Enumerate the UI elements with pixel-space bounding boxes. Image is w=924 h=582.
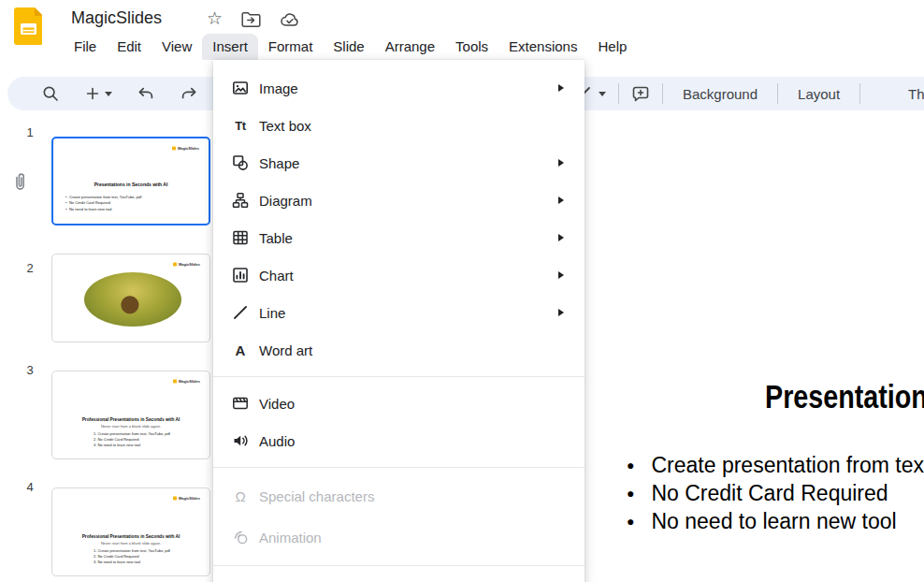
animation-icon: [230, 527, 251, 547]
menu-item-video[interactable]: Video: [213, 385, 585, 422]
theme-button[interactable]: Theme: [901, 86, 924, 102]
undo-icon[interactable]: [137, 84, 155, 103]
slides-logo-icon[interactable]: [14, 7, 42, 45]
bullet-dot: ●: [627, 486, 634, 501]
slide-thumbnail-3[interactable]: MagicSlides Professional Presentations i…: [51, 371, 210, 459]
toolbar-separator: [662, 83, 663, 104]
omega-icon: Ω: [230, 486, 251, 506]
deer-photo: [84, 272, 181, 327]
thumb-title: Professional Presentations in Seconds wi…: [52, 417, 209, 423]
slide-thumbnail-1[interactable]: MagicSlides Presentations in Seconds wit…: [51, 137, 210, 226]
menu-item-special-characters: Ω Special characters: [213, 475, 585, 517]
submenu-arrow-icon: [558, 271, 564, 279]
bullet-dot: ●: [627, 514, 634, 529]
slide-number-4: 4: [21, 480, 39, 494]
menu-edit[interactable]: Edit: [107, 34, 152, 60]
menu-tools[interactable]: Tools: [445, 34, 498, 60]
menu-item-text-box[interactable]: Tt Text box: [213, 107, 585, 144]
menu-arrange[interactable]: Arrange: [375, 34, 445, 60]
paperclip-icon: [9, 172, 30, 195]
menu-item-shape[interactable]: Shape: [213, 144, 585, 182]
magicslides-logo-icon: [172, 146, 176, 150]
submenu-arrow-icon: [558, 234, 564, 241]
magicslides-logo-icon: [173, 496, 177, 500]
chart-icon: [230, 265, 251, 285]
menu-item-audio[interactable]: Audio: [213, 422, 585, 459]
audio-icon: [230, 430, 251, 451]
slide-number-1: 1: [21, 125, 39, 139]
menu-format[interactable]: Format: [258, 34, 324, 60]
slide-thumbnail-2[interactable]: MagicSlides: [51, 254, 210, 342]
layout-button[interactable]: Layout: [790, 86, 847, 102]
video-icon: [230, 393, 251, 414]
submenu-arrow-icon: [558, 196, 564, 204]
thumb-title: Professional Presentations in Seconds wi…: [52, 534, 209, 540]
thumb-list: 1. Create presentation from text, YouTub…: [94, 431, 209, 449]
menu-file[interactable]: File: [64, 34, 107, 60]
toolbar-separator: [777, 83, 778, 104]
toolbar-separator: [859, 83, 860, 104]
insert-dropdown-menu: Image Tt Text box Shape: [213, 60, 585, 582]
thumb-logo: MagicSlides: [52, 371, 209, 384]
add-comment-icon[interactable]: [631, 84, 650, 103]
menu-extensions[interactable]: Extensions: [498, 34, 587, 60]
slide-title-text[interactable]: Presentations in Seconds with AI: [765, 378, 924, 415]
redo-icon[interactable]: [180, 84, 198, 103]
image-icon: [230, 78, 251, 98]
shape-icon: [230, 153, 251, 173]
line-tool-caret-icon[interactable]: [599, 92, 606, 96]
textbox-icon: Tt: [230, 115, 251, 136]
menu-item-line[interactable]: Line: [213, 294, 585, 331]
menu-item-diagram[interactable]: Diagram: [213, 182, 585, 219]
thumb-title: Presentations in Seconds with AI: [53, 182, 209, 188]
document-title[interactable]: MagicSlides: [71, 8, 162, 28]
submenu-arrow-icon: [558, 159, 564, 167]
slide-number-2: 2: [21, 261, 39, 275]
table-icon: [230, 227, 251, 248]
move-folder-icon[interactable]: [241, 11, 261, 28]
menu-divider: [213, 376, 585, 377]
toolbar-separator: [618, 83, 619, 104]
menu-item-image[interactable]: Image: [213, 69, 585, 107]
thumb-logo: MagicSlides: [52, 255, 209, 267]
thumb-logo: MagicSlides: [53, 138, 209, 151]
menu-divider: [213, 565, 585, 566]
menu-slide[interactable]: Slide: [323, 34, 374, 60]
magicslides-logo-icon: [173, 262, 177, 266]
menu-bar: File Edit View Insert Format Slide Arran…: [64, 34, 637, 60]
thumb-logo: MagicSlides: [52, 488, 209, 501]
cloud-saved-icon[interactable]: [280, 11, 300, 28]
submenu-arrow-icon: [558, 84, 564, 92]
star-icon[interactable]: ☆: [207, 9, 223, 28]
bullet-dot: ●: [627, 458, 634, 473]
slide-bullet-list[interactable]: ●Create presentation from text, YouTube,…: [627, 451, 924, 535]
menu-help[interactable]: Help: [587, 34, 637, 60]
thumb-subtitle: Never start from a blank slide again.: [52, 424, 209, 429]
line-icon: [230, 302, 251, 323]
search-icon[interactable]: [41, 84, 60, 103]
menu-item-word-art[interactable]: A Word art: [213, 331, 585, 369]
menu-item-chart[interactable]: Chart: [213, 256, 585, 294]
magicslides-logo-icon: [173, 379, 177, 383]
diagram-icon: [230, 190, 251, 211]
thumb-bullets: •Create presentation from text, YouTube,…: [65, 194, 209, 212]
menu-divider: [213, 467, 585, 468]
background-button[interactable]: Background: [675, 86, 765, 102]
wordart-icon: A: [230, 340, 251, 360]
new-slide-button[interactable]: [84, 85, 112, 102]
menu-item-animation: Animation: [213, 517, 585, 558]
slide-number-3: 3: [21, 363, 39, 377]
menu-view[interactable]: View: [152, 34, 202, 60]
menu-item-table[interactable]: Table: [213, 219, 585, 256]
thumb-subtitle: Never start from a blank slide again.: [52, 541, 209, 546]
submenu-arrow-icon: [558, 309, 564, 316]
thumb-list: 1. Create presentation from text, YouTub…: [94, 548, 209, 566]
menu-insert[interactable]: Insert: [202, 34, 258, 60]
new-slide-caret-icon[interactable]: [105, 92, 112, 96]
slide-thumbnail-4[interactable]: MagicSlides Professional Presentations i…: [51, 487, 210, 576]
